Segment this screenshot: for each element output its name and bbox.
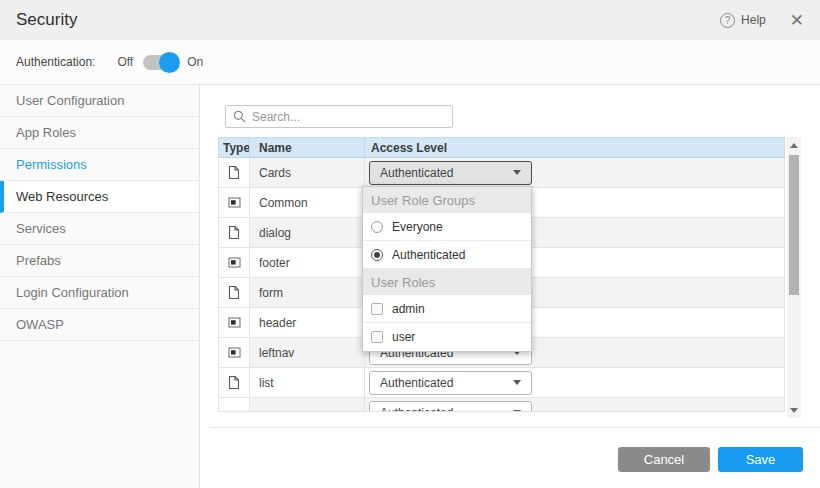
save-button[interactable]: Save bbox=[718, 447, 803, 472]
dropdown-group-header-user-role-groups: User Role Groups bbox=[363, 187, 531, 213]
type-cell bbox=[219, 398, 249, 412]
access-level-select[interactable]: Authenticated bbox=[369, 401, 532, 413]
page-icon bbox=[219, 278, 249, 307]
resource-name: form bbox=[249, 278, 364, 307]
scroll-up-arrow-icon[interactable] bbox=[787, 139, 801, 151]
chevron-down-icon bbox=[513, 380, 521, 385]
table-row-cards: CardsAuthenticated bbox=[218, 158, 785, 188]
toggle-off-label: Off bbox=[117, 55, 133, 69]
table-header-row: Type Name Access Level bbox=[218, 137, 785, 158]
dropdown-option-authenticated[interactable]: Authenticated bbox=[363, 241, 531, 269]
sidebar-item-user-configuration[interactable]: User Configuration bbox=[0, 85, 199, 117]
dropdown-option-everyone[interactable]: Everyone bbox=[363, 213, 531, 241]
table-row: Authenticated bbox=[218, 398, 785, 412]
authentication-bar: Authentication: Off On bbox=[0, 40, 820, 85]
resource-name: header bbox=[249, 308, 364, 337]
checkbox-icon[interactable] bbox=[371, 331, 383, 343]
question-circle-icon: ? bbox=[720, 13, 735, 28]
access-level-value: Authenticated bbox=[380, 406, 453, 413]
access-level-select-list[interactable]: Authenticated bbox=[369, 371, 532, 395]
option-label: Everyone bbox=[392, 220, 443, 234]
footer-divider bbox=[210, 427, 820, 428]
page-icon bbox=[219, 218, 249, 247]
search-input[interactable] bbox=[252, 110, 445, 124]
partial-icon bbox=[219, 188, 249, 217]
column-header-type: Type bbox=[219, 141, 249, 155]
search-icon bbox=[233, 110, 246, 123]
option-label: admin bbox=[392, 302, 425, 316]
authentication-toggle[interactable] bbox=[143, 55, 177, 70]
titlebar: Security ? Help ✕ bbox=[0, 0, 820, 40]
dropdown-group-header-user-roles: User Roles bbox=[363, 269, 531, 295]
checkbox-icon[interactable] bbox=[371, 303, 383, 315]
toggle-on-label: On bbox=[187, 55, 203, 69]
table-row-list: listAuthenticated bbox=[218, 368, 785, 398]
option-label: user bbox=[392, 330, 415, 344]
help-button[interactable]: ? Help bbox=[720, 13, 766, 28]
sidebar-item-owasp[interactable]: OWASP bbox=[0, 309, 199, 341]
sidebar-item-app-roles[interactable]: App Roles bbox=[0, 117, 199, 149]
page-icon bbox=[219, 368, 249, 397]
resource-name bbox=[249, 398, 364, 412]
dropdown-option-user[interactable]: user bbox=[363, 323, 531, 351]
page-icon bbox=[219, 158, 249, 187]
help-label: Help bbox=[741, 13, 766, 27]
access-level-cell: Authenticated bbox=[364, 158, 784, 187]
access-level-value: Authenticated bbox=[380, 166, 453, 180]
cancel-button[interactable]: Cancel bbox=[618, 447, 710, 472]
toggle-knob bbox=[159, 52, 180, 73]
access-level-cell: Authenticated bbox=[364, 368, 784, 397]
chevron-down-icon bbox=[513, 170, 521, 175]
partial-icon bbox=[219, 338, 249, 367]
resource-name: dialog bbox=[249, 218, 364, 247]
access-level-select-cards[interactable]: Authenticated bbox=[369, 161, 532, 185]
sidebar-item-login-configuration[interactable]: Login Configuration bbox=[0, 277, 199, 309]
security-dialog: Security ? Help ✕ Authentication: Off On… bbox=[0, 0, 820, 488]
sidebar-item-prefabs[interactable]: Prefabs bbox=[0, 245, 199, 277]
resource-name: Common bbox=[249, 188, 364, 217]
sidebar-item-services[interactable]: Services bbox=[0, 213, 199, 245]
dropdown-option-admin[interactable]: admin bbox=[363, 295, 531, 323]
resource-name: list bbox=[249, 368, 364, 397]
sidebar: User ConfigurationApp RolesPermissionsWe… bbox=[0, 85, 200, 488]
scrollbar-thumb[interactable] bbox=[789, 155, 799, 295]
authentication-label: Authentication: bbox=[16, 55, 95, 69]
sidebar-item-permissions[interactable]: Permissions bbox=[0, 149, 199, 181]
access-level-cell: Authenticated bbox=[364, 398, 784, 412]
access-level-value: Authenticated bbox=[380, 376, 453, 390]
main-panel: Type Name Access Level CardsAuthenticate… bbox=[200, 85, 820, 488]
radio-icon[interactable] bbox=[371, 221, 383, 233]
resource-name: leftnav bbox=[249, 338, 364, 367]
column-header-access-level: Access Level bbox=[364, 138, 784, 157]
partial-icon bbox=[219, 248, 249, 277]
search-box[interactable] bbox=[225, 105, 453, 128]
resource-name: footer bbox=[249, 248, 364, 277]
close-icon[interactable]: ✕ bbox=[790, 12, 804, 29]
scroll-down-arrow-icon[interactable] bbox=[787, 404, 801, 416]
resource-name: Cards bbox=[249, 158, 364, 187]
column-header-name: Name bbox=[249, 138, 364, 157]
access-level-dropdown-panel: User Role GroupsEveryoneAuthenticatedUse… bbox=[362, 186, 532, 352]
radio-checked-icon[interactable] bbox=[371, 249, 383, 261]
partial-icon bbox=[219, 308, 249, 337]
option-label: Authenticated bbox=[392, 248, 465, 262]
chevron-down-icon bbox=[513, 410, 521, 412]
page-title: Security bbox=[16, 10, 77, 30]
vertical-scrollbar[interactable] bbox=[787, 137, 801, 418]
sidebar-item-web-resources[interactable]: Web Resources bbox=[0, 181, 199, 213]
